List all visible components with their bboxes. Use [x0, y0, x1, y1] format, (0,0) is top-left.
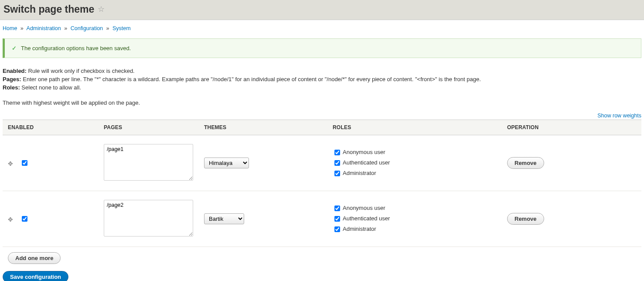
role-label: Anonymous user: [343, 149, 385, 155]
add-one-more-button[interactable]: Add one more: [8, 252, 61, 264]
role-checkbox-anonymous[interactable]: [334, 206, 340, 211]
breadcrumb-link[interactable]: Home: [3, 25, 17, 31]
theme-select[interactable]: Bartik: [204, 213, 244, 224]
breadcrumb: Home » Administration » Configuration » …: [3, 25, 641, 31]
table-row: ✥ Himalaya Anonymous user Authenticated …: [3, 135, 641, 191]
help-text: Enabled: Rule will work only if checkbox…: [3, 68, 641, 91]
rules-table: Enabled Pages Themes Roles Operation ✥ H…: [3, 120, 641, 247]
role-label: Anonymous user: [343, 205, 385, 211]
role-label: Administrator: [343, 170, 376, 176]
pages-input[interactable]: [104, 144, 193, 181]
enabled-checkbox[interactable]: [22, 160, 27, 166]
check-icon: ✓: [12, 45, 17, 51]
help-pages-label: Pages:: [3, 76, 21, 82]
help-enabled-text: Rule will work only if checkbox is check…: [27, 68, 135, 74]
show-row-weights-link[interactable]: Show row weights: [597, 113, 641, 119]
page-title: Switch page theme: [3, 3, 94, 15]
breadcrumb-separator: »: [106, 25, 109, 31]
breadcrumb-separator: »: [64, 25, 67, 31]
help-pages-text: Enter one path per line. The "*" charact…: [21, 76, 481, 82]
breadcrumb-link[interactable]: Administration: [27, 25, 61, 31]
weight-note: Theme with highest weight will be applie…: [3, 99, 641, 106]
role-checkbox-anonymous[interactable]: [334, 150, 340, 155]
save-configuration-button[interactable]: Save configuration: [3, 271, 68, 281]
breadcrumb-link[interactable]: Configuration: [71, 25, 103, 31]
remove-button[interactable]: Remove: [507, 213, 544, 225]
col-roles-header: Roles: [327, 120, 502, 135]
role-label: Administrator: [343, 226, 376, 232]
role-checkbox-administrator[interactable]: [334, 226, 340, 232]
status-message-text: The configuration options have been save…: [21, 45, 131, 51]
col-pages-header: Pages: [99, 120, 199, 135]
enabled-checkbox[interactable]: [22, 216, 27, 222]
role-label: Authenticated user: [343, 159, 390, 166]
col-enabled-header: Enabled: [3, 120, 99, 135]
drag-handle-icon[interactable]: ✥: [8, 216, 13, 223]
role-checkbox-authenticated[interactable]: [334, 160, 340, 166]
drag-handle-icon[interactable]: ✥: [8, 160, 13, 167]
help-roles-label: Roles:: [3, 84, 20, 91]
help-enabled-label: Enabled:: [3, 68, 27, 74]
role-checkbox-authenticated[interactable]: [334, 216, 340, 222]
col-themes-header: Themes: [199, 120, 327, 135]
status-message: ✓ The configuration options have been sa…: [3, 38, 641, 58]
breadcrumb-link[interactable]: System: [112, 25, 131, 31]
role-checkbox-administrator[interactable]: [334, 171, 340, 176]
breadcrumb-separator: »: [20, 25, 24, 31]
remove-button[interactable]: Remove: [507, 157, 544, 169]
pages-input[interactable]: [104, 200, 193, 236]
col-operation-header: Operation: [502, 120, 641, 135]
theme-select[interactable]: Himalaya: [204, 158, 249, 168]
help-roles-text: Select none to allow all.: [20, 84, 81, 91]
role-label: Authenticated user: [343, 215, 390, 222]
page-header: Switch page theme ☆: [0, 0, 644, 20]
table-row: ✥ Bartik Anonymous user Authenticated us…: [3, 191, 641, 247]
star-icon[interactable]: ☆: [98, 4, 105, 14]
